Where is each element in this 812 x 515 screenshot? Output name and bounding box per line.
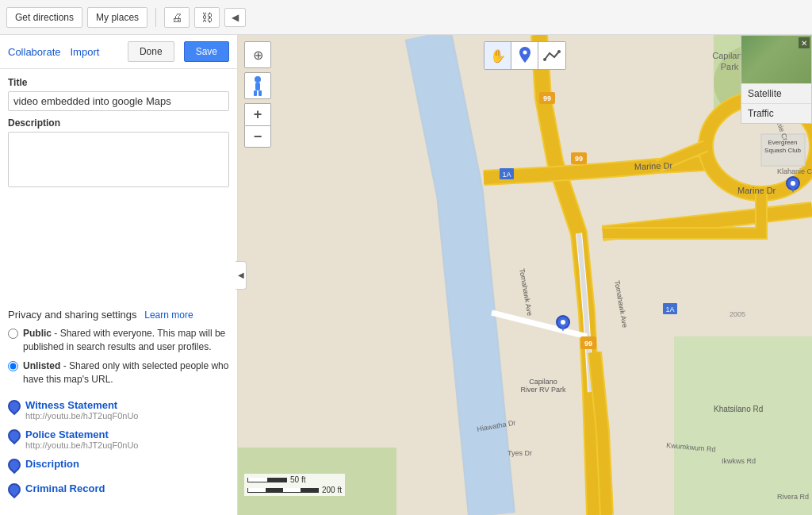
svg-point-48 — [523, 51, 527, 55]
title-input[interactable] — [8, 91, 229, 111]
pegman-control[interactable] — [244, 72, 271, 99]
title-label: Title — [8, 77, 229, 88]
marker-icon — [518, 47, 532, 64]
unlisted-option: Unlisted - Shared only with selected peo… — [8, 359, 229, 386]
description-input[interactable] — [8, 132, 229, 187]
pan-tool-button[interactable]: ✋ — [485, 42, 511, 69]
svg-text:1A: 1A — [502, 171, 511, 179]
polyline-icon — [543, 50, 561, 61]
satellite-thumbnail[interactable]: ✕ — [741, 36, 811, 83]
polyline-tool-button[interactable] — [538, 42, 565, 69]
pin-info: Police Statement http://youtu.be/hJT2uqF… — [25, 429, 138, 450]
import-link[interactable]: Import — [71, 46, 100, 58]
pin-title[interactable]: Criminal Record — [25, 482, 105, 494]
print-button[interactable]: 🖨 — [164, 7, 190, 28]
svg-rect-3 — [674, 336, 812, 515]
svg-text:Capilano: Capilano — [529, 378, 557, 386]
pin-icon — [8, 459, 21, 475]
get-directions-button[interactable]: Get directions — [6, 7, 82, 28]
svg-point-34 — [791, 181, 795, 186]
svg-point-36 — [561, 320, 565, 325]
public-option: Public - Shared with everyone. This map … — [8, 327, 229, 354]
svg-rect-45 — [255, 83, 260, 90]
privacy-title: Privacy and sharing settings — [8, 309, 137, 321]
list-item: Discription — [8, 458, 229, 475]
svg-text:1A: 1A — [665, 306, 674, 313]
learn-more-link[interactable]: Learn more — [144, 309, 193, 321]
link-button[interactable]: ⛓ — [194, 7, 220, 28]
svg-point-49 — [543, 58, 546, 61]
public-option-text: Public - Shared with everyone. This map … — [23, 327, 229, 354]
scale-bar: 50 ft 200 ft — [244, 474, 345, 496]
unlisted-option-text: Unlisted - Shared only with selected peo… — [23, 359, 229, 386]
zoom-controls: + − — [244, 103, 271, 148]
my-places-button[interactable]: My places — [87, 7, 147, 28]
list-item: Witness Statement http://youtu.be/hJT2uq… — [8, 399, 229, 421]
svg-rect-47 — [259, 90, 262, 96]
marker-tool-button[interactable] — [511, 42, 538, 69]
svg-text:Klahanie Ct: Klahanie Ct — [777, 167, 812, 175]
svg-text:Khatsilano Rd: Khatsilano Rd — [714, 405, 763, 413]
main-toolbar: Get directions My places 🖨 ⛓ ◀ — [0, 0, 812, 35]
map-svg: 1A 99 99 1A Marine Dr Marine Dr Marine D… — [238, 35, 812, 515]
pin-title[interactable]: Discription — [25, 458, 79, 470]
pin-icon — [8, 400, 21, 416]
save-button[interactable]: Save — [184, 41, 229, 62]
pin-icon — [8, 483, 21, 499]
collaborate-link[interactable]: Collaborate — [8, 46, 61, 58]
pin-info: Discription — [25, 458, 79, 470]
unlisted-radio[interactable] — [8, 361, 18, 371]
svg-text:99: 99 — [543, 94, 551, 102]
map-layer-panel: ✕ Satellite Traffic — [741, 35, 812, 124]
pin-icon — [8, 429, 21, 445]
panel-content: Title Description — [0, 69, 237, 304]
svg-text:99: 99 — [575, 155, 583, 163]
pin-info: Criminal Record — [25, 482, 105, 494]
svg-rect-46 — [254, 90, 257, 96]
public-radio[interactable] — [8, 329, 18, 339]
list-item: Police Statement http://youtu.be/hJT2uqF… — [8, 429, 229, 450]
svg-text:Rivera Rd: Rivera Rd — [777, 493, 809, 501]
list-item: Criminal Record — [8, 482, 229, 499]
pins-list: Witness Statement http://youtu.be/hJT2uq… — [0, 391, 237, 515]
svg-point-50 — [557, 50, 561, 53]
done-button[interactable]: Done — [128, 41, 174, 62]
pin-title[interactable]: Witness Statement — [25, 399, 138, 411]
scale-50ft: 50 ft — [290, 475, 305, 484]
svg-text:Squash Club: Squash Club — [764, 147, 801, 154]
zoom-in-button[interactable]: + — [244, 103, 271, 125]
svg-text:River RV Park: River RV Park — [521, 386, 566, 394]
compass-control[interactable]: ⊕ — [244, 41, 271, 68]
layer-close-button[interactable]: ✕ — [799, 37, 810, 48]
svg-point-44 — [255, 76, 261, 83]
svg-text:Park: Park — [721, 62, 739, 71]
svg-text:2005: 2005 — [730, 310, 745, 318]
zoom-out-button[interactable]: − — [244, 125, 271, 148]
left-panel: Collaborate Import Done Save Title Descr… — [0, 35, 238, 515]
pin-url: http://youtu.be/hJT2uqF0nUo — [25, 440, 138, 450]
map-nav-controls: ⊕ + − — [244, 41, 271, 148]
svg-text:Marine Dr: Marine Dr — [634, 160, 673, 171]
toolbar-separator — [155, 8, 156, 27]
panel-header: Collaborate Import Done Save — [0, 35, 237, 69]
pin-url: http://youtu.be/hJT2uqF0nUo — [25, 411, 138, 421]
svg-text:Tyes Dr: Tyes Dr — [508, 449, 532, 457]
scale-200ft: 200 ft — [322, 486, 342, 494]
pegman-icon — [250, 75, 266, 96]
svg-text:Ikwkws Rd: Ikwkws Rd — [722, 457, 756, 465]
svg-text:99: 99 — [584, 340, 592, 348]
privacy-section: Privacy and sharing settings Learn more … — [0, 304, 237, 391]
map-area[interactable]: 1A 99 99 1A Marine Dr Marine Dr Marine D… — [238, 35, 812, 515]
collapse-arrow[interactable]: ◀ — [236, 261, 247, 290]
satellite-button[interactable]: Satellite — [741, 83, 811, 103]
pin-info: Witness Statement http://youtu.be/hJT2uq… — [25, 399, 138, 421]
main-area: Collaborate Import Done Save Title Descr… — [0, 35, 812, 515]
traffic-button[interactable]: Traffic — [741, 103, 811, 123]
pin-title[interactable]: Police Statement — [25, 429, 138, 440]
map-top-toolbar: ✋ — [484, 41, 566, 70]
collapse-panel-button[interactable]: ◀ — [224, 8, 246, 27]
description-label: Description — [8, 117, 229, 129]
svg-text:Marine Dr: Marine Dr — [737, 186, 776, 195]
